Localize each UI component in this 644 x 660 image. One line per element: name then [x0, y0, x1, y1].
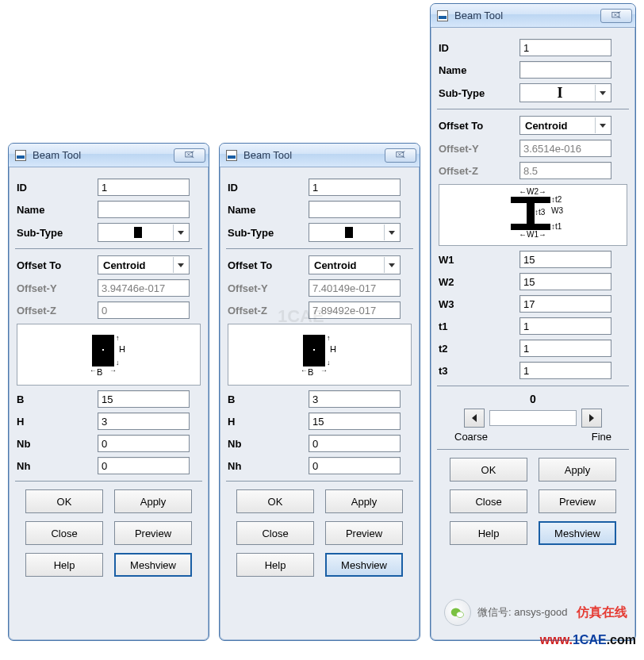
- offset-y-label: Offset-Y: [228, 282, 309, 294]
- t1-input[interactable]: [519, 317, 611, 335]
- help-button[interactable]: Help: [450, 521, 527, 545]
- close-button[interactable]: Close: [450, 489, 527, 513]
- id-input[interactable]: [519, 39, 611, 56]
- H-label: H: [17, 416, 98, 428]
- dropdown-arrow-icon: [384, 257, 398, 273]
- window-title: Beam Tool: [33, 149, 174, 161]
- subtype-select[interactable]: [309, 223, 401, 242]
- preview-button[interactable]: Preview: [539, 489, 616, 513]
- mesh-quality-value: 0: [439, 393, 627, 405]
- Nb-label: Nb: [228, 438, 309, 450]
- offset-to-label: Offset To: [17, 259, 98, 271]
- offset-y-display: 3.94746e-017: [98, 279, 190, 297]
- W2-label: W2: [439, 276, 519, 288]
- preview-button[interactable]: Preview: [325, 521, 403, 545]
- help-button[interactable]: Help: [236, 553, 314, 577]
- Nh-label: Nh: [17, 460, 98, 472]
- ok-button[interactable]: OK: [450, 458, 527, 482]
- mesh-quality-slider[interactable]: [489, 410, 577, 426]
- ok-button[interactable]: OK: [236, 489, 314, 513]
- W1-label: W1: [439, 254, 519, 266]
- titlebar[interactable]: Beam Tool: [431, 4, 635, 28]
- offset-z-display: 7.89492e-017: [309, 301, 401, 319]
- help-button[interactable]: Help: [25, 553, 103, 577]
- Nb-input[interactable]: [98, 435, 190, 452]
- slider-step-right[interactable]: [581, 409, 602, 428]
- dropdown-arrow-icon: [595, 117, 609, 133]
- app-icon: [15, 150, 26, 161]
- B-input[interactable]: [309, 390, 401, 408]
- meshview-button[interactable]: Meshview: [325, 553, 403, 577]
- B-label: B: [17, 393, 98, 405]
- name-label: Name: [228, 204, 309, 216]
- offset-y-display: 3.6514e-016: [519, 140, 611, 157]
- id-label: ID: [228, 182, 309, 194]
- name-label: Name: [439, 64, 519, 76]
- meshview-button[interactable]: Meshview: [114, 553, 192, 577]
- subtype-label: Sub-Type: [439, 87, 519, 99]
- name-input[interactable]: [519, 61, 611, 79]
- subtype-select[interactable]: I: [519, 83, 611, 102]
- offset-to-select[interactable]: Centroid: [98, 255, 190, 274]
- id-label: ID: [439, 42, 519, 54]
- coarse-label: Coarse: [454, 431, 488, 443]
- site-url: www.1CAE.com: [540, 633, 636, 647]
- preview-button[interactable]: Preview: [114, 521, 192, 545]
- H-input[interactable]: [309, 412, 401, 430]
- close-button[interactable]: Close: [25, 521, 103, 545]
- dropdown-arrow-icon: [384, 224, 398, 240]
- Nh-input[interactable]: [98, 457, 190, 474]
- offset-z-label: Offset-Z: [17, 305, 98, 317]
- W3-input[interactable]: [519, 295, 611, 313]
- app-icon: [226, 150, 237, 161]
- offset-to-select[interactable]: Centroid: [519, 116, 611, 135]
- section-diagram: H B ↑↓ ←→: [228, 324, 412, 386]
- Nb-input[interactable]: [309, 435, 401, 452]
- window-close-button[interactable]: [174, 148, 205, 163]
- close-icon: [396, 151, 406, 159]
- name-input[interactable]: [98, 201, 190, 218]
- t1-label: t1: [439, 320, 519, 332]
- H-label: H: [228, 416, 309, 428]
- B-input[interactable]: [98, 390, 190, 408]
- subtype-select[interactable]: [98, 223, 190, 242]
- titlebar[interactable]: Beam Tool: [9, 144, 209, 167]
- apply-button[interactable]: Apply: [539, 458, 616, 482]
- beam-tool-dialog-1: Beam Tool ID Name Sub-Type Offset To Cen…: [8, 143, 209, 641]
- window-title: Beam Tool: [243, 149, 385, 161]
- W2-input[interactable]: [519, 273, 611, 290]
- id-input[interactable]: [309, 178, 401, 196]
- apply-button[interactable]: Apply: [325, 489, 403, 513]
- Nb-label: Nb: [17, 438, 98, 450]
- slider-step-left[interactable]: [464, 409, 485, 428]
- subtype-label: Sub-Type: [228, 227, 309, 239]
- t2-input[interactable]: [519, 340, 611, 357]
- name-input[interactable]: [309, 201, 401, 218]
- meshview-button[interactable]: Meshview: [539, 521, 616, 545]
- W1-input[interactable]: [519, 251, 611, 268]
- dropdown-arrow-icon: [595, 85, 609, 101]
- W3-label: W3: [439, 298, 519, 310]
- window-close-button[interactable]: [600, 9, 632, 23]
- t3-input[interactable]: [519, 362, 611, 379]
- beam-tool-dialog-3: Beam Tool ID Name Sub-Type I Offset To C…: [430, 3, 636, 641]
- offset-y-label: Offset-Y: [17, 282, 98, 294]
- beam-tool-dialog-2: Beam Tool ID Name Sub-Type Offset To Cen…: [219, 143, 420, 641]
- offset-to-select[interactable]: Centroid: [309, 255, 401, 274]
- subtype-label: Sub-Type: [17, 227, 98, 239]
- ok-button[interactable]: OK: [25, 489, 103, 513]
- section-diagram-ibeam: ←W2→ ↕t2 ↕t3 W3 ↕t1 ←W1→: [439, 184, 627, 246]
- titlebar[interactable]: Beam Tool: [220, 144, 420, 167]
- B-label: B: [228, 393, 309, 405]
- dropdown-arrow-icon: [173, 257, 187, 273]
- close-button[interactable]: Close: [236, 521, 314, 545]
- apply-button[interactable]: Apply: [114, 489, 192, 513]
- Nh-input[interactable]: [309, 457, 401, 474]
- dropdown-arrow-icon: [173, 224, 187, 240]
- id-input[interactable]: [98, 178, 190, 196]
- t3-label: t3: [439, 365, 519, 377]
- H-input[interactable]: [98, 412, 190, 430]
- offset-z-display: 8.5: [519, 162, 611, 179]
- window-close-button[interactable]: [385, 148, 416, 163]
- offset-z-label: Offset-Z: [228, 305, 309, 317]
